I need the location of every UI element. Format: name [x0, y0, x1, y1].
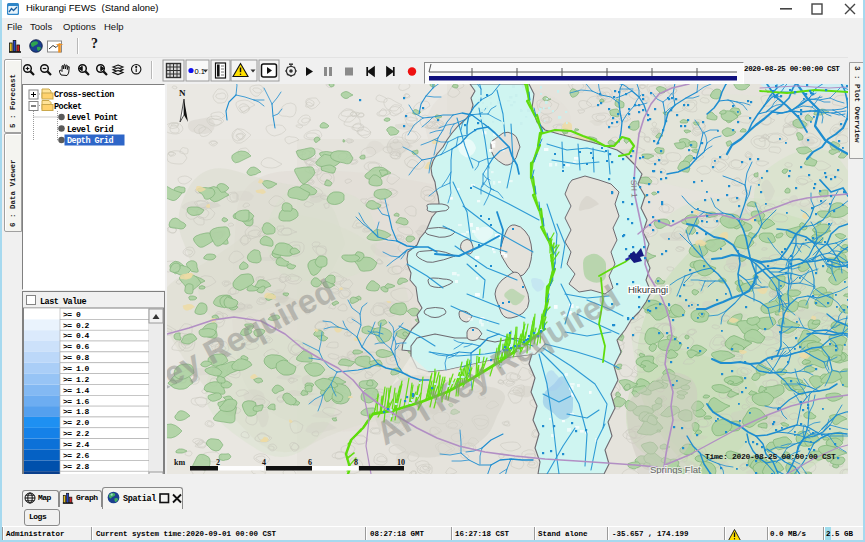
- svg-text:>= 2.2: >= 2.2: [63, 429, 90, 438]
- svg-text:Hikurangi: Hikurangi: [628, 284, 668, 295]
- svg-text:2: 2: [216, 458, 220, 467]
- svg-text:km: km: [174, 458, 185, 467]
- svg-text:>= 1.2: >= 1.2: [63, 375, 90, 384]
- svg-text:>= 2.0: >= 2.0: [63, 418, 90, 427]
- svg-text:>= 2.8: >= 2.8: [63, 462, 90, 471]
- svg-text:>= 1.6: >= 1.6: [63, 397, 90, 406]
- svg-text:>= 2.4: >= 2.4: [63, 440, 90, 449]
- svg-text:8: 8: [354, 458, 358, 467]
- svg-text:0.1: 0.1: [195, 67, 205, 76]
- svg-text:6: 6: [308, 458, 312, 467]
- svg-text:>= 1.4: >= 1.4: [63, 386, 90, 395]
- svg-text:SH 1: SH 1: [629, 180, 639, 199]
- svg-text:N: N: [179, 88, 186, 98]
- svg-text:Springs Flat: Springs Flat: [650, 464, 701, 474]
- svg-text:Last Value: Last Value: [40, 297, 86, 307]
- svg-text:4: 4: [262, 458, 266, 467]
- svg-text:Pocket: Pocket: [54, 102, 82, 112]
- svg-text:>= 0.6: >= 0.6: [63, 342, 90, 351]
- svg-text:Time: 2020-08-25 00:00:00 CST: Time: 2020-08-25 00:00:00 CST: [705, 452, 836, 461]
- svg-text:>= 0.2: >= 0.2: [63, 321, 90, 330]
- svg-text:10: 10: [397, 458, 405, 467]
- svg-text:>= 1.0: >= 1.0: [63, 364, 90, 373]
- svg-text:Level Grid: Level Grid: [67, 125, 113, 135]
- svg-text:>= 1.8: >= 1.8: [63, 407, 90, 416]
- svg-text:Depth Grid: Depth Grid: [67, 136, 113, 146]
- svg-text:>= 0: >= 0: [63, 310, 81, 319]
- svg-text:Level Point: Level Point: [67, 113, 118, 123]
- svg-text:>= 0.8: >= 0.8: [63, 353, 90, 362]
- svg-text:>= 2.6: >= 2.6: [63, 451, 90, 460]
- svg-text:Cross-section: Cross-section: [54, 90, 114, 100]
- svg-text:>= 0.4: >= 0.4: [63, 331, 90, 340]
